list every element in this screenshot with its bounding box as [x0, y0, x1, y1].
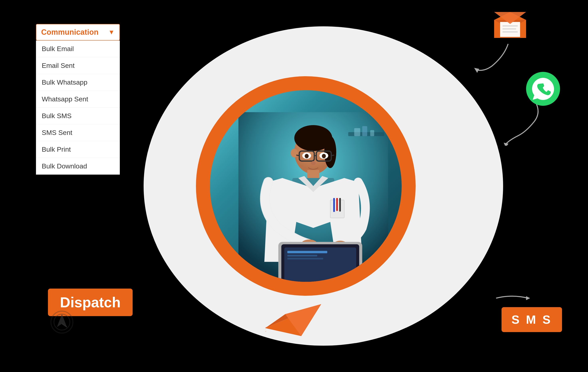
svg-rect-30 — [287, 251, 327, 253]
dropdown-menu: Bulk Email Email Sent Bulk Whatsapp What… — [36, 40, 120, 175]
svg-rect-32 — [287, 258, 323, 260]
svg-rect-23 — [336, 198, 338, 211]
svg-marker-41 — [474, 68, 479, 73]
svg-marker-52 — [526, 296, 530, 300]
doctor-illustration — [238, 112, 388, 282]
svg-line-49 — [265, 331, 266, 334]
svg-rect-22 — [333, 198, 335, 212]
doctor-circle — [210, 90, 402, 282]
dispatch-icon — [50, 310, 74, 334]
menu-item-bulk-whatsapp[interactable]: Bulk Whatsapp — [36, 74, 120, 91]
dropdown-container: Communication ▼ Bulk Email Email Sent Bu… — [36, 24, 120, 175]
paper-plane-icon — [265, 288, 321, 336]
menu-item-bulk-email[interactable]: Bulk Email — [36, 40, 120, 57]
arrow-sms — [492, 288, 532, 308]
svg-point-17 — [322, 154, 326, 158]
main-scene: Communication ▼ Bulk Email Email Sent Bu… — [0, 0, 588, 372]
menu-item-whatsapp-sent[interactable]: Whatsapp Sent — [36, 91, 120, 108]
dropdown-arrow-icon: ▼ — [108, 29, 115, 36]
menu-item-bulk-download[interactable]: Bulk Download — [36, 158, 120, 174]
svg-rect-2 — [354, 128, 360, 136]
svg-rect-4 — [370, 130, 374, 136]
menu-item-sms-sent[interactable]: SMS Sent — [36, 124, 120, 141]
menu-item-email-sent[interactable]: Email Sent — [36, 57, 120, 74]
svg-rect-36 — [500, 22, 520, 37]
svg-rect-24 — [339, 198, 341, 211]
dropdown-trigger-label: Communication — [41, 28, 98, 37]
arrow-email — [472, 40, 512, 76]
svg-point-18 — [311, 161, 315, 165]
svg-line-13 — [331, 155, 334, 156]
sms-badge: S M S — [502, 307, 562, 332]
svg-point-16 — [304, 154, 309, 158]
menu-item-bulk-sms[interactable]: Bulk SMS — [36, 108, 120, 124]
svg-line-12 — [296, 155, 299, 156]
svg-rect-31 — [287, 255, 317, 256]
communication-dropdown[interactable]: Communication ▼ — [36, 24, 120, 40]
email-icon — [494, 12, 526, 38]
menu-item-bulk-print[interactable]: Bulk Print — [36, 141, 120, 158]
whatsapp-icon — [526, 72, 560, 106]
svg-point-8 — [291, 149, 298, 158]
svg-rect-3 — [362, 126, 367, 136]
